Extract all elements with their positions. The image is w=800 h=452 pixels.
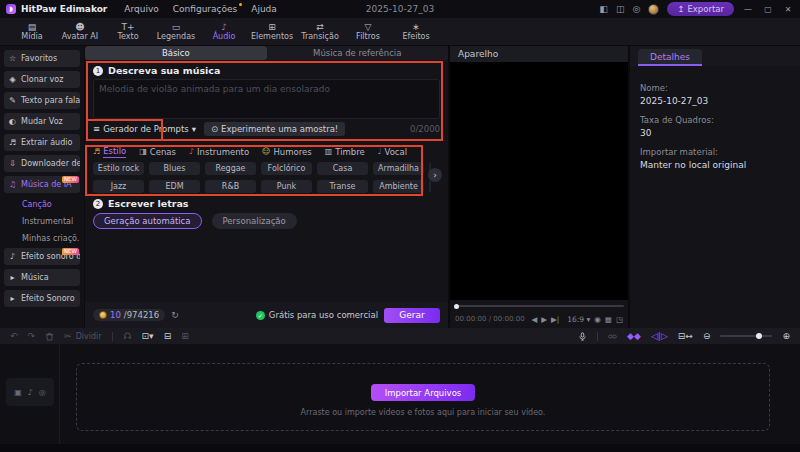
sidebar-item[interactable]: ▸ Música	[4, 269, 80, 286]
ribbon-tab[interactable]: ▭ Legendas	[154, 19, 198, 45]
sample-play-icon: ⊙	[211, 124, 218, 134]
track-mute-icon[interactable]: ♪	[28, 388, 33, 397]
menu-item[interactable]: Arquivo	[124, 4, 158, 14]
sidebar-item[interactable]: ♬ Extrair áudio	[4, 134, 80, 151]
style-chip[interactable]: Ambiente	[373, 180, 424, 193]
sidebar-item[interactable]: ◈ Clonar voz	[4, 71, 80, 88]
ribbon-tab[interactable]: ⊞ Elementos	[250, 19, 294, 45]
play-icon[interactable]: ▶	[541, 315, 547, 324]
style-chip[interactable]: Casa	[317, 162, 368, 175]
sidebar-item[interactable]: ♫ Música de IA NEW	[4, 176, 80, 193]
category-tab[interactable]: ♬ Estilo	[93, 146, 126, 158]
next-frame-icon[interactable]: ▶|	[551, 315, 559, 324]
audio-sync-icon[interactable]: ◆◆	[627, 331, 641, 341]
trim-markers-icon[interactable]: ◁|▷	[651, 331, 668, 341]
tab-musica-referencia[interactable]: Música de referência	[267, 46, 449, 60]
ribbon-tab-label: Texto	[117, 32, 138, 42]
ribbon-tab[interactable]: ▽ Filtros	[346, 19, 390, 45]
style-chip[interactable]: Estilo rock	[93, 162, 144, 175]
preview-screen[interactable]	[450, 62, 628, 300]
tab-detalhes[interactable]: Detalhes	[638, 49, 702, 66]
ribbon-tab[interactable]: ☻ Avatar AI	[58, 19, 102, 45]
refresh-icon[interactable]: ↻	[171, 310, 179, 320]
sidebar-item[interactable]: ◐ Mudar Voz	[4, 113, 80, 130]
ribbon-tab[interactable]: T+ Texto	[106, 19, 150, 45]
sidebar-item[interactable]: Instrumental	[4, 214, 80, 229]
style-chip[interactable]: EDM	[149, 180, 200, 193]
category-tab[interactable]: ♩ Vocal	[378, 147, 407, 157]
style-chip[interactable]: Folclórico	[261, 162, 312, 175]
sidebar-item-icon: ⇩	[8, 159, 17, 168]
style-chip[interactable]: Transe	[317, 180, 368, 193]
import-files-button[interactable]: Importar Arquivos	[371, 384, 475, 401]
record-voiceover-icon[interactable]	[578, 332, 587, 341]
media-drop-zone[interactable]: Importar Arquivos Arraste ou importe víd…	[76, 363, 770, 431]
ribbon-tab[interactable]: ▤ Mídia	[10, 19, 54, 45]
tab-geracao-automatica[interactable]: Geração automática	[93, 213, 202, 229]
fullscreen-icon[interactable]: ◳	[616, 315, 623, 324]
zoom-out-icon[interactable]: ⊖	[703, 331, 711, 341]
ribbon-tab[interactable]: ⇄ Transição	[298, 19, 342, 45]
prompt-generator-dropdown[interactable]: ≡ Gerador de Prompts ▾	[93, 124, 196, 134]
track-lock-icon[interactable]: ▣	[14, 388, 22, 397]
style-chip[interactable]: Jazz	[93, 180, 144, 193]
snapshot-icon[interactable]: ◉	[594, 315, 601, 324]
style-chip[interactable]: R&B	[205, 180, 256, 193]
account-icon[interactable]: ◎	[632, 4, 640, 14]
category-tab[interactable]: ◨ Cenas	[139, 147, 176, 157]
feedback-icon[interactable]: ◫	[616, 4, 625, 14]
generate-button[interactable]: Gerar	[384, 308, 440, 323]
menu-item[interactable]: Configurações	[173, 4, 237, 14]
magnet-icon[interactable]	[123, 332, 132, 341]
add-to-track-icon[interactable]: ⊡▾	[142, 331, 154, 341]
category-tab[interactable]: ▥ Timbre	[325, 147, 365, 157]
redo-icon[interactable]: ↷	[28, 331, 36, 341]
try-sample-button[interactable]: ⊙ Experimente uma amostra!	[204, 122, 345, 136]
style-chip[interactable]: Blues	[149, 162, 200, 175]
sidebar-item[interactable]: ▸ Efeito Sonoro	[4, 290, 80, 307]
sidebar-item[interactable]: Canção	[4, 197, 80, 212]
chips-next-arrow-button[interactable]: ›	[428, 168, 442, 182]
zoom-in-icon[interactable]: ⊕	[782, 331, 790, 341]
style-chip[interactable]: Punk	[261, 180, 312, 193]
app-window: ◗ HitPaw Edimakor ArquivoConfiguraçõesAj…	[0, 0, 800, 452]
layout-icon[interactable]: ◧	[599, 4, 608, 14]
category-tab[interactable]: ♪ Instrumento	[189, 147, 249, 157]
undo-icon[interactable]: ↶	[10, 331, 18, 341]
tab-personalizacao[interactable]: Personalização	[212, 213, 297, 229]
maximize-button[interactable]: ▢	[762, 5, 774, 14]
preview-seek-slider[interactable]	[454, 303, 624, 309]
music-description-input[interactable]	[93, 79, 440, 119]
close-gaps-icon[interactable]: ⊟	[164, 331, 172, 341]
timeline-zoom-slider[interactable]	[720, 335, 772, 337]
sidebar-item[interactable]: ☆ Favoritos	[4, 50, 80, 67]
track-header-column: ▣ ♪ ◎	[0, 344, 60, 444]
style-chip[interactable]: Armadilha	[373, 162, 424, 175]
tab-basico[interactable]: Básico	[85, 46, 267, 60]
export-button[interactable]: ↥ Exportar	[667, 2, 734, 16]
link-icon[interactable]	[608, 332, 617, 341]
seek-handle[interactable]	[454, 304, 459, 309]
grid-icon[interactable]: ▦	[605, 315, 612, 324]
style-chip[interactable]: Latim	[429, 180, 431, 193]
style-chip[interactable]: Reggae	[205, 162, 256, 175]
prev-frame-icon[interactable]: ◀	[531, 315, 537, 324]
zoom-slider-handle[interactable]	[756, 333, 762, 339]
track-hide-icon[interactable]: ◎	[39, 388, 46, 397]
extract-frame-icon[interactable]: ⊞	[181, 331, 189, 341]
ribbon-tab[interactable]: ♪ Áudio	[202, 19, 246, 45]
sidebar-item[interactable]: ✎ Texto para fala	[4, 92, 80, 109]
ribbon-tab[interactable]: ∗ Efeitos	[394, 19, 438, 45]
avatar[interactable]	[648, 4, 659, 15]
menu-item[interactable]: Ajuda	[251, 4, 277, 14]
category-tab[interactable]: ☺ Humores	[262, 147, 312, 157]
sidebar-item[interactable]: ⇩ Downloader de ...	[4, 155, 80, 172]
fit-timeline-icon[interactable]: ⊟↔	[678, 331, 693, 341]
close-button[interactable]: ✕	[782, 5, 794, 14]
aspect-ratio-select[interactable]: 16:9 ▾	[567, 315, 590, 324]
sidebar-item[interactable]: ♪ Efeito sonoro d... NEW	[4, 248, 80, 265]
split-icon[interactable]: ✂	[64, 331, 72, 341]
minimize-button[interactable]: —	[742, 5, 754, 14]
sidebar-item[interactable]: Minhas criaçõ...	[4, 231, 80, 246]
delete-icon[interactable]	[45, 332, 54, 341]
